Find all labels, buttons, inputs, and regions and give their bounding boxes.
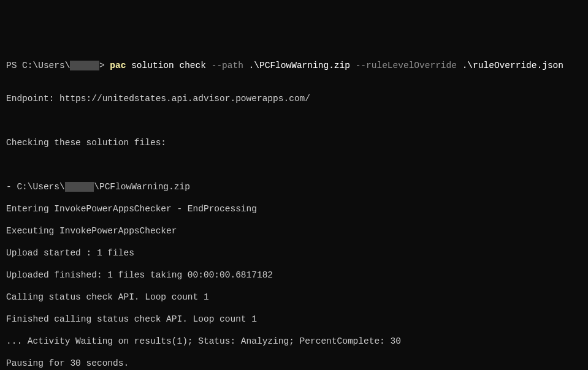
command-param-path: --path <box>212 61 249 70</box>
output-log-line: Uploaded finished: 1 files taking 00:00:… <box>6 270 582 281</box>
command-executable: pac <box>110 61 126 70</box>
blank-line <box>6 71 582 82</box>
output-file-item: - C:\Users\ \PCFlowWarning.zip <box>6 181 582 192</box>
output-log-line: Entering InvokePowerAppsChecker - EndPro… <box>6 203 582 214</box>
redacted-username <box>65 182 94 192</box>
output-log-line: Pausing for 30 seconds. <box>6 358 582 369</box>
prompt-path-prefix: PS C:\Users\ <box>6 61 70 70</box>
command-arg-rule: .\ruleOverride.json <box>462 61 563 70</box>
command-subcommand: solution check <box>126 61 211 70</box>
redacted-username <box>70 61 99 70</box>
command-param-rule: --ruleLevelOverride <box>356 61 462 70</box>
blank-line <box>6 159 582 170</box>
prompt-separator: > <box>99 61 110 70</box>
prompt-line: PS C:\Users\ > pac solution check --path… <box>6 61 563 70</box>
command-arg-path: .\PCFlowWarning.zip <box>249 61 356 70</box>
output-endpoint: Endpoint: https://unitedstates.api.advis… <box>6 93 582 104</box>
output-log-line: Upload started : 1 files <box>6 247 582 259</box>
output-log-line: Finished calling status check API. Loop … <box>6 314 582 325</box>
output-checking-header: Checking these solution files: <box>6 137 582 148</box>
output-log-line: Executing InvokePowerAppsChecker <box>6 225 582 236</box>
terminal-output[interactable]: PS C:\Users\ > pac solution check --path… <box>6 49 582 370</box>
output-log-line: ... Activity Waiting on results(1); Stat… <box>6 336 582 347</box>
output-log-line: Calling status check API. Loop count 1 <box>6 292 582 303</box>
blank-line <box>6 115 582 126</box>
